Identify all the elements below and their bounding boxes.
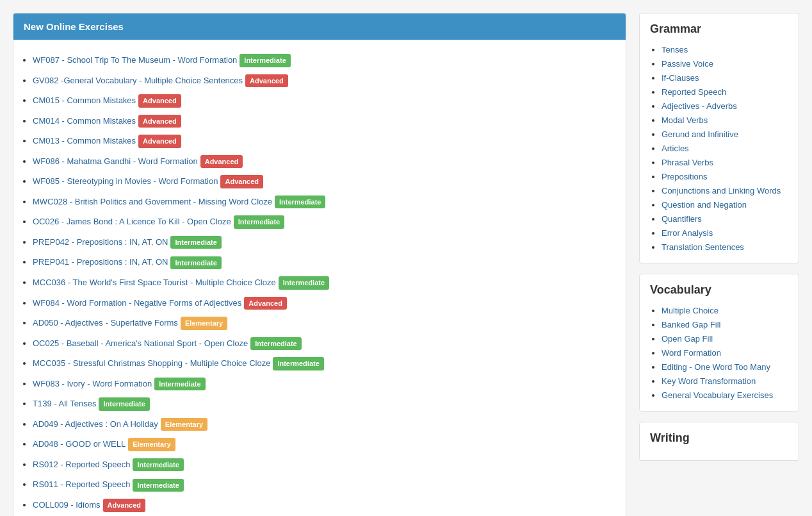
- level-badge: Intermediate: [275, 196, 325, 209]
- vocabulary-section: Vocabulary Multiple ChoiceBanked Gap Fil…: [639, 274, 799, 412]
- list-item: OC026 - James Bond : A Licence To Kill -…: [33, 212, 615, 232]
- list-item: RS012 - Reported SpeechIntermediate: [33, 454, 615, 475]
- list-item: Passive Voice: [662, 56, 788, 71]
- level-badge: Intermediate: [170, 256, 221, 270]
- list-item: Word Formation: [662, 345, 788, 360]
- sidebar: Grammar TensesPassive VoiceIf-ClausesRep…: [639, 13, 799, 516]
- list-item: CM014 - Common MistakesAdvanced: [33, 111, 615, 131]
- level-badge: Intermediate: [273, 357, 323, 370]
- list-item: MCC035 - Stressful Christmas Shopping - …: [33, 353, 615, 374]
- level-badge: Intermediate: [133, 458, 183, 472]
- exercise-link[interactable]: RS012 - Reported Speech: [33, 460, 130, 469]
- exercise-link[interactable]: GV082 -General Vocabulary - Multiple Cho…: [33, 76, 243, 85]
- grammar-link[interactable]: Quantifiers: [662, 214, 702, 224]
- list-item: CM013 - Common MistakesAdvanced: [33, 131, 615, 151]
- level-badge: Intermediate: [154, 378, 205, 391]
- list-item: AD049 - Adjectives : On A HolidayElement…: [33, 414, 615, 435]
- grammar-link[interactable]: Error Analysis: [662, 228, 713, 238]
- grammar-link[interactable]: If-Clauses: [662, 73, 699, 83]
- list-item: Banked Gap Fill: [662, 317, 788, 331]
- grammar-link[interactable]: Gerund and Infinitive: [662, 129, 738, 139]
- list-item: Key Word Transformation: [662, 374, 788, 388]
- exercise-link[interactable]: RS011 - Reported Speech: [33, 479, 130, 489]
- list-item: T139 - All TensesIntermediate: [33, 394, 615, 414]
- level-badge: Intermediate: [250, 337, 301, 351]
- exercise-link[interactable]: MCC036 - The World's First Space Tourist…: [33, 278, 276, 287]
- exercise-link[interactable]: OC025 - Baseball - America's National Sp…: [33, 338, 248, 348]
- exercise-link[interactable]: WF083 - Ivory - Word Formation: [33, 379, 152, 388]
- exercise-link[interactable]: AD049 - Adjectives : On A Holiday: [33, 419, 158, 429]
- list-item: RS011 - Reported SpeechIntermediate: [33, 474, 615, 495]
- vocabulary-link[interactable]: General Vocabulary Exercises: [662, 390, 773, 400]
- list-item: Adjectives - Adverbs: [662, 99, 788, 113]
- list-item: Translation Sentences: [662, 240, 788, 254]
- grammar-link[interactable]: Articles: [662, 144, 689, 153]
- level-badge: Advanced: [103, 499, 146, 512]
- exercise-link[interactable]: OC026 - James Bond : A Licence To Kill -…: [33, 217, 231, 226]
- grammar-link[interactable]: Conjunctions and Linking Words: [662, 186, 781, 196]
- list-item: WF083 - Ivory - Word FormationIntermedia…: [33, 374, 615, 394]
- grammar-link[interactable]: Passive Voice: [662, 59, 713, 69]
- grammar-link[interactable]: Phrasal Verbs: [662, 158, 713, 167]
- list-item: AD050 - Adjectives - Superlative FormsEl…: [33, 313, 615, 333]
- exercise-link[interactable]: MCC035 - Stressful Christmas Shopping - …: [33, 358, 270, 368]
- exercise-link[interactable]: T139 - All Tenses: [33, 399, 96, 408]
- exercise-link[interactable]: PREP042 - Prepositions : IN, AT, ON: [33, 237, 168, 247]
- exercise-link[interactable]: WF086 - Mahatma Gandhi - Word Formation: [33, 156, 198, 166]
- grammar-link[interactable]: Question and Negation: [662, 200, 747, 210]
- vocabulary-link[interactable]: Word Formation: [662, 348, 721, 358]
- grammar-link[interactable]: Adjectives - Adverbs: [662, 101, 737, 111]
- level-badge: Advanced: [220, 175, 263, 188]
- vocabulary-link[interactable]: Editing - One Word Too Many: [662, 362, 770, 372]
- exercises-box: New Online Exercises WF087 - School Trip…: [13, 13, 626, 516]
- exercise-link[interactable]: PREP041 - Prepositions : IN, AT, ON: [33, 257, 168, 267]
- exercise-link[interactable]: CM013 - Common Mistakes: [33, 136, 136, 146]
- vocabulary-link[interactable]: Open Gap Fill: [662, 334, 713, 344]
- grammar-link[interactable]: Prepositions: [662, 172, 708, 181]
- list-item: AD048 - GOOD or WELLElementary: [33, 434, 615, 454]
- grammar-link[interactable]: Reported Speech: [662, 87, 726, 97]
- level-badge: Advanced: [138, 135, 181, 148]
- main-content: New Online Exercises WF087 - School Trip…: [13, 13, 626, 516]
- level-badge: Advanced: [138, 94, 181, 108]
- list-item: WF087 - School Trip To The Museum - Word…: [33, 50, 615, 71]
- exercises-title: New Online Exercises: [24, 21, 124, 32]
- grammar-section: Grammar TensesPassive VoiceIf-ClausesRep…: [639, 13, 799, 263]
- list-item: CM015 - Common MistakesAdvanced: [33, 90, 615, 111]
- vocabulary-link[interactable]: Banked Gap Fill: [662, 320, 721, 329]
- grammar-link[interactable]: Tenses: [662, 45, 688, 54]
- list-item: GV082 -General Vocabulary - Multiple Cho…: [33, 71, 615, 91]
- list-item: Modal Verbs: [662, 113, 788, 127]
- exercises-header: New Online Exercises: [13, 13, 626, 40]
- level-badge: Intermediate: [240, 54, 290, 67]
- list-item: Open Gap Fill: [662, 331, 788, 345]
- exercise-link[interactable]: MWC028 - British Politics and Government…: [33, 197, 272, 206]
- list-item: Editing - One Word Too Many: [662, 360, 788, 374]
- exercise-link[interactable]: AD048 - GOOD or WELL: [33, 439, 126, 449]
- vocabulary-link[interactable]: Multiple Choice: [662, 306, 719, 315]
- grammar-link[interactable]: Modal Verbs: [662, 115, 708, 125]
- list-item: WF085 - Stereotyping in Movies - Word Fo…: [33, 171, 615, 192]
- list-item: OC025 - Baseball - America's National Sp…: [33, 333, 615, 354]
- list-item: MWC028 - British Politics and Government…: [33, 192, 615, 212]
- vocabulary-link[interactable]: Key Word Transformation: [662, 376, 756, 386]
- level-badge: Intermediate: [279, 276, 329, 290]
- grammar-link[interactable]: Translation Sentences: [662, 242, 744, 252]
- exercise-link[interactable]: CM014 - Common Mistakes: [33, 116, 136, 126]
- grammar-list: TensesPassive VoiceIf-ClausesReported Sp…: [650, 42, 788, 254]
- exercise-link[interactable]: CM015 - Common Mistakes: [33, 96, 136, 105]
- list-item: If-Clauses: [662, 71, 788, 85]
- list-item: Articles: [662, 141, 788, 155]
- exercise-link[interactable]: AD050 - Adjectives - Superlative Forms: [33, 318, 178, 328]
- exercise-link[interactable]: WF084 - Word Formation - Negative Forms …: [33, 298, 241, 308]
- list-item: PREP041 - Prepositions : IN, AT, ONInter…: [33, 252, 615, 272]
- level-badge: Intermediate: [170, 236, 221, 249]
- exercise-link[interactable]: WF085 - Stereotyping in Movies - Word Fo…: [33, 176, 218, 186]
- list-item: Tenses: [662, 42, 788, 56]
- exercise-link[interactable]: COLL009 - Idioms: [33, 500, 101, 510]
- list-item: PREP042 - Prepositions : IN, AT, ONInter…: [33, 232, 615, 253]
- list-item: Gerund and Infinitive: [662, 127, 788, 141]
- level-badge: Advanced: [138, 115, 181, 128]
- exercise-link[interactable]: WF087 - School Trip To The Museum - Word…: [33, 55, 237, 65]
- level-badge: Intermediate: [99, 397, 149, 411]
